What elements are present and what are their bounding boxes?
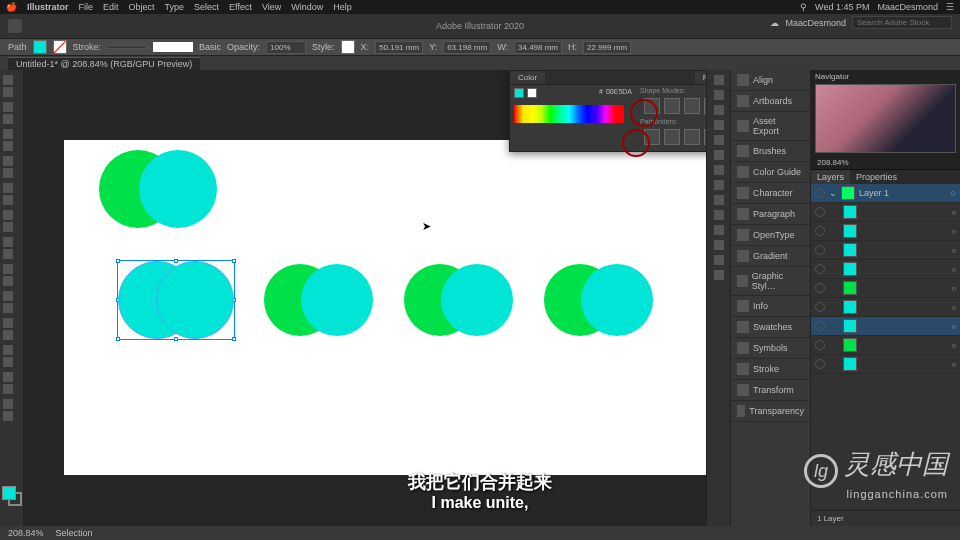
free-transform-tool[interactable] bbox=[3, 249, 13, 259]
cloud-icon[interactable]: ☁ bbox=[770, 18, 779, 28]
color-spectrum[interactable] bbox=[514, 105, 624, 123]
menu-edit[interactable]: Edit bbox=[103, 2, 119, 12]
username[interactable]: MaacDesmond bbox=[785, 18, 846, 28]
width-tool[interactable] bbox=[3, 237, 13, 247]
visibility-toggle[interactable] bbox=[815, 359, 825, 369]
color-tab[interactable]: Color bbox=[510, 71, 545, 84]
layers-tab[interactable]: Layers bbox=[811, 170, 850, 184]
status-zoom[interactable]: 208.84% bbox=[8, 528, 44, 538]
w-value[interactable]: 34.498 mm bbox=[514, 41, 562, 54]
stroke-swatch[interactable] bbox=[53, 40, 67, 54]
menu-select[interactable]: Select bbox=[194, 2, 219, 12]
eyedropper-tool[interactable] bbox=[3, 318, 13, 328]
home-icon[interactable] bbox=[8, 19, 22, 33]
visibility-toggle[interactable] bbox=[815, 264, 825, 274]
fill-stroke-indicator[interactable] bbox=[2, 486, 22, 506]
intersect-button[interactable] bbox=[684, 98, 700, 114]
layer-row[interactable]: ○ bbox=[811, 336, 960, 355]
stroke-weight[interactable] bbox=[107, 45, 147, 49]
hex-value[interactable]: 00E5DA bbox=[606, 88, 632, 98]
navigator-zoom[interactable]: 208.84% bbox=[817, 158, 849, 167]
panel-gradient[interactable]: Gradient bbox=[731, 246, 810, 267]
layer-name[interactable]: Layer 1 bbox=[859, 188, 889, 198]
shape-builder-tool[interactable] bbox=[3, 264, 13, 274]
curvature-tool[interactable] bbox=[3, 114, 13, 124]
panel-stroke[interactable]: Stroke bbox=[731, 359, 810, 380]
path-shape[interactable] bbox=[156, 261, 234, 339]
panel-graphic-styles[interactable]: Graphic Styl… bbox=[731, 267, 810, 296]
panel-icon[interactable] bbox=[714, 120, 724, 130]
merge-button[interactable] bbox=[684, 129, 700, 145]
color-stroke-swatch[interactable] bbox=[527, 88, 537, 98]
layer-row-top[interactable]: ⌄ Layer 1 ○ bbox=[811, 184, 960, 203]
properties-tab[interactable]: Properties bbox=[850, 170, 903, 184]
trim-button[interactable] bbox=[664, 129, 680, 145]
layer-row[interactable]: ○ bbox=[811, 203, 960, 222]
visibility-toggle[interactable] bbox=[815, 245, 825, 255]
panel-icon[interactable] bbox=[714, 225, 724, 235]
ellipse-shape[interactable] bbox=[441, 264, 513, 336]
canvas[interactable]: ➤ Color Pathfinder ≡ # 00E5DA bbox=[24, 70, 706, 526]
panel-color-guide[interactable]: Color Guide bbox=[731, 162, 810, 183]
minus-front-button[interactable] bbox=[664, 98, 680, 114]
menu-effect[interactable]: Effect bbox=[229, 2, 252, 12]
panel-opentype[interactable]: OpenType bbox=[731, 225, 810, 246]
panel-icon[interactable] bbox=[714, 105, 724, 115]
layer-row[interactable]: ○ bbox=[811, 241, 960, 260]
menu-object[interactable]: Object bbox=[129, 2, 155, 12]
fill-swatch[interactable] bbox=[33, 40, 47, 54]
exclude-button[interactable] bbox=[704, 98, 706, 114]
slice-tool[interactable] bbox=[3, 384, 13, 394]
panel-icon[interactable] bbox=[714, 210, 724, 220]
panel-icon[interactable] bbox=[714, 150, 724, 160]
visibility-toggle[interactable] bbox=[815, 321, 825, 331]
menubar-user[interactable]: MaacDesmond bbox=[877, 2, 938, 12]
panel-icon[interactable] bbox=[714, 195, 724, 205]
panel-transform[interactable]: Transform bbox=[731, 380, 810, 401]
mesh-tool[interactable] bbox=[3, 291, 13, 301]
panel-swatches[interactable]: Swatches bbox=[731, 317, 810, 338]
visibility-toggle[interactable] bbox=[815, 207, 825, 217]
panel-icon[interactable] bbox=[714, 255, 724, 265]
document-tab[interactable]: Untitled-1* @ 208.84% (RGB/GPU Preview) bbox=[8, 57, 200, 70]
blend-tool[interactable] bbox=[3, 330, 13, 340]
y-value[interactable]: 63.198 mm bbox=[443, 41, 491, 54]
panel-artboards[interactable]: Artboards bbox=[731, 91, 810, 112]
line-tool[interactable] bbox=[3, 141, 13, 151]
opacity-value[interactable]: 100% bbox=[266, 41, 306, 54]
wifi-icon[interactable]: ⚲ bbox=[800, 2, 807, 12]
floating-panel[interactable]: Color Pathfinder ≡ # 00E5DA Shape Modes: bbox=[509, 70, 706, 152]
pathfinder-tab[interactable]: Pathfinder bbox=[695, 71, 706, 84]
crop-button[interactable] bbox=[704, 129, 706, 145]
graph-tool[interactable] bbox=[3, 357, 13, 367]
unite-button[interactable] bbox=[644, 98, 660, 114]
visibility-toggle[interactable] bbox=[815, 226, 825, 236]
layer-row[interactable]: ○ bbox=[811, 260, 960, 279]
visibility-toggle[interactable] bbox=[815, 340, 825, 350]
menu-window[interactable]: Window bbox=[291, 2, 323, 12]
menu-type[interactable]: Type bbox=[165, 2, 185, 12]
app-name[interactable]: Illustrator bbox=[27, 2, 69, 12]
ellipse-shape[interactable] bbox=[139, 150, 217, 228]
panel-icon[interactable] bbox=[714, 90, 724, 100]
color-fill-swatch[interactable] bbox=[514, 88, 524, 98]
direct-selection-tool[interactable] bbox=[3, 87, 13, 97]
spotlight-icon[interactable]: ☰ bbox=[946, 2, 954, 12]
symbol-sprayer-tool[interactable] bbox=[3, 345, 13, 355]
ellipse-shape[interactable] bbox=[301, 264, 373, 336]
panel-brushes[interactable]: Brushes bbox=[731, 141, 810, 162]
panel-icon[interactable] bbox=[714, 75, 724, 85]
scale-tool[interactable] bbox=[3, 222, 13, 232]
menu-help[interactable]: Help bbox=[333, 2, 352, 12]
style-swatch[interactable] bbox=[341, 40, 355, 54]
menu-view[interactable]: View bbox=[262, 2, 281, 12]
ellipse-shape[interactable] bbox=[581, 264, 653, 336]
x-value[interactable]: 50.191 mm bbox=[375, 41, 423, 54]
rotate-tool[interactable] bbox=[3, 210, 13, 220]
panel-icon[interactable] bbox=[714, 180, 724, 190]
shaper-tool[interactable] bbox=[3, 183, 13, 193]
layer-row[interactable]: ○ bbox=[811, 317, 960, 336]
apple-icon[interactable]: 🍎 bbox=[6, 2, 17, 12]
rectangle-tool[interactable] bbox=[3, 156, 13, 166]
panel-asset-export[interactable]: Asset Export bbox=[731, 112, 810, 141]
